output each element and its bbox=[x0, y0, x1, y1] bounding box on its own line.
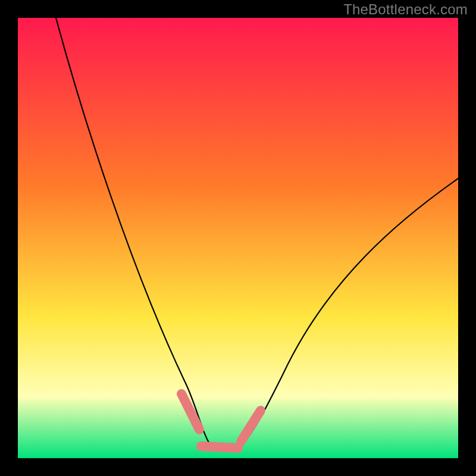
plot-svg bbox=[18, 18, 458, 458]
image-frame: TheBottleneck.com bbox=[0, 0, 476, 476]
plot-area bbox=[18, 18, 458, 458]
gradient-background bbox=[18, 18, 458, 458]
marker-valley-floor bbox=[201, 446, 238, 448]
watermark-text: TheBottleneck.com bbox=[343, 1, 468, 18]
